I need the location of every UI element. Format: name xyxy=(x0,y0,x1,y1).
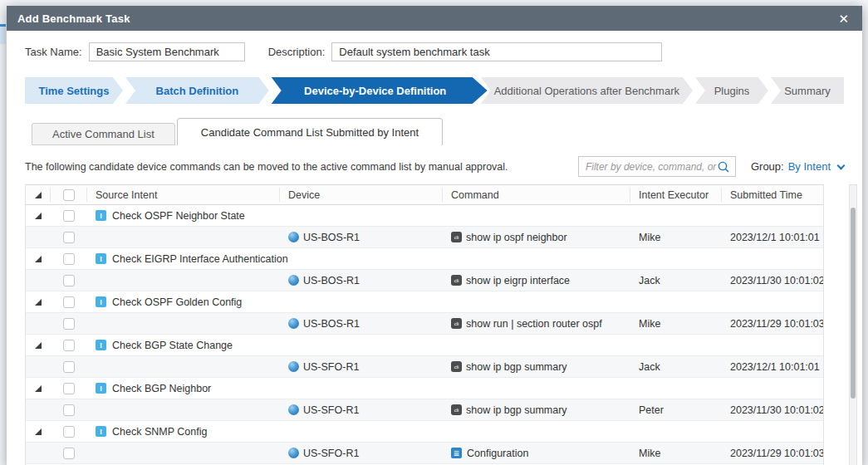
device-name: US-SFO-R1 xyxy=(303,448,359,459)
wizard-step-batch-definition[interactable]: Batch Definition xyxy=(125,77,269,104)
expand-caret-icon[interactable] xyxy=(35,428,42,435)
checkbox-cell[interactable] xyxy=(51,232,87,243)
row-checkbox[interactable] xyxy=(63,232,75,243)
candidate-command-table-zone: Source Intent Device Command Intent Exec… xyxy=(25,184,844,465)
checkbox-cell[interactable] xyxy=(51,383,87,394)
wizard-step-device-by-device-definition[interactable]: Device-by-Device Definition xyxy=(272,77,488,104)
row-checkbox[interactable] xyxy=(63,318,75,330)
checkbox-cell[interactable] xyxy=(51,448,87,459)
row-checkbox[interactable] xyxy=(63,426,75,438)
row-checkbox[interactable] xyxy=(63,340,75,351)
group-by-control[interactable]: Group: By Intent xyxy=(751,160,844,173)
group-row[interactable]: I Check OSPF Golden Config xyxy=(26,291,823,313)
checkbox-cell[interactable] xyxy=(51,340,87,351)
intent-cell: I Check BGP State Change xyxy=(87,340,823,351)
command-cell: ≣ Configuration xyxy=(443,448,630,459)
wizard-step-additional-operations[interactable]: Additional Operations after Benchmark xyxy=(481,77,693,104)
vertical-scrollbar[interactable] xyxy=(849,184,857,465)
row-checkbox[interactable] xyxy=(63,404,75,416)
expand-caret-icon[interactable] xyxy=(35,213,42,219)
checkbox-cell[interactable] xyxy=(51,426,87,438)
submitted-time-cell: 2023/11/30 10:01:02 xyxy=(722,404,823,416)
command-text: show run | section router ospf xyxy=(466,318,602,330)
expand-cell[interactable] xyxy=(26,342,51,349)
description-field[interactable] xyxy=(331,42,662,61)
intent-label: Check OSPF Golden Config xyxy=(112,296,242,308)
row-checkbox[interactable] xyxy=(63,253,75,265)
filter-box xyxy=(578,156,736,177)
expand-cell[interactable] xyxy=(26,256,51,262)
col-command: Command xyxy=(443,188,630,202)
intent-cell: I Check SNMP Config xyxy=(87,426,823,438)
row-checkbox[interactable] xyxy=(63,448,75,459)
command-text: show ip bgp summary xyxy=(466,361,567,373)
command-text: show ip ospf neighbor xyxy=(466,232,567,243)
executor-name: Mike xyxy=(639,232,660,243)
device-command-row[interactable]: US-SFO-R1 cli show ip bgp summary Peter … xyxy=(26,399,823,421)
search-icon[interactable] xyxy=(717,160,730,174)
toolbar: The following candidate device commands … xyxy=(25,156,844,177)
checkbox-cell[interactable] xyxy=(51,253,87,265)
expand-caret-icon[interactable] xyxy=(35,299,42,306)
expand-caret-icon[interactable] xyxy=(35,256,42,262)
checkbox-cell[interactable] xyxy=(51,404,87,416)
candidate-command-table: Source Intent Device Command Intent Exec… xyxy=(25,184,824,465)
row-checkbox[interactable] xyxy=(63,361,75,373)
dialog-title: Add Benchmark Task xyxy=(17,12,836,25)
device-cell: US-BOS-R1 xyxy=(280,232,443,243)
device-command-row[interactable]: US-BOS-R1 cli show ip ospf neighbor Mike… xyxy=(26,227,823,248)
command-cell: cli show ip bgp summary xyxy=(443,361,630,373)
tab-active-command-list[interactable]: Active Command List xyxy=(32,123,175,145)
cli-badge-icon: cli xyxy=(451,232,462,242)
select-all-checkbox[interactable] xyxy=(63,189,75,201)
intent-label: Check EIGRP Interface Authentication xyxy=(112,253,288,265)
expand-cell[interactable] xyxy=(26,213,51,219)
tab-candidate-command-list[interactable]: Candidate Command List Submitted by Inte… xyxy=(177,118,443,145)
checkbox-cell[interactable] xyxy=(51,361,87,373)
submitted-time: 2023/11/29 10:01:03 xyxy=(730,448,823,459)
group-value[interactable]: By Intent xyxy=(788,160,831,173)
device-command-row[interactable]: US-SFO-R1 ≣ Configuration Mike 2023/11/2… xyxy=(26,443,823,464)
command-cell: cli show run | section router ospf xyxy=(443,318,630,330)
expand-cell[interactable] xyxy=(26,385,51,392)
group-row[interactable]: I Check BGP State Change xyxy=(26,335,823,356)
device-command-row[interactable]: US-BOS-R1 cli show ip eigrp interface Ja… xyxy=(26,270,823,291)
close-icon[interactable]: ✕ xyxy=(836,12,851,25)
expand-cell[interactable] xyxy=(26,299,51,306)
checkbox-cell[interactable] xyxy=(51,210,87,222)
scrollbar-thumb[interactable] xyxy=(851,208,856,399)
background-page-sliver xyxy=(0,24,6,44)
group-row[interactable]: I Check OSPF Neighbor State xyxy=(26,205,823,227)
wizard-step-plugins[interactable]: Plugins xyxy=(695,77,768,104)
row-checkbox[interactable] xyxy=(63,296,75,308)
approval-hint-text: The following candidate device commands … xyxy=(25,161,578,173)
description-label: Description: xyxy=(268,46,326,58)
select-all-cell[interactable] xyxy=(51,188,87,202)
checkbox-cell[interactable] xyxy=(51,318,87,330)
row-checkbox[interactable] xyxy=(63,383,75,394)
intent-label: Check SNMP Config xyxy=(112,426,207,438)
chevron-down-icon xyxy=(837,161,846,169)
intent-badge-icon: I xyxy=(96,426,106,437)
checkbox-cell[interactable] xyxy=(51,275,87,286)
expand-cell[interactable] xyxy=(26,428,51,435)
expand-caret-icon[interactable] xyxy=(35,385,42,392)
collapse-all-cell[interactable] xyxy=(26,188,51,202)
expand-caret-icon[interactable] xyxy=(35,342,42,349)
task-name-field[interactable] xyxy=(89,42,245,61)
group-row[interactable]: I Check EIGRP Interface Authentication xyxy=(26,248,823,270)
row-checkbox[interactable] xyxy=(63,275,75,286)
group-row[interactable]: I Check BGP Neighbor xyxy=(26,378,823,399)
dialog-titlebar: Add Benchmark Task ✕ xyxy=(7,6,862,31)
checkbox-cell[interactable] xyxy=(51,296,87,308)
device-command-row[interactable]: US-BOS-R1 cli show run | section router … xyxy=(26,313,823,335)
device-name: US-BOS-R1 xyxy=(303,318,360,330)
filter-input[interactable] xyxy=(586,161,717,173)
intent-badge-icon: I xyxy=(96,383,106,394)
device-command-row[interactable]: US-SFO-R1 cli show ip bgp summary Jack 2… xyxy=(26,356,823,378)
collapse-all-caret-icon[interactable] xyxy=(35,192,42,198)
wizard-step-summary[interactable]: Summary xyxy=(771,77,844,104)
row-checkbox[interactable] xyxy=(63,210,75,222)
wizard-step-time-settings[interactable]: Time Settings xyxy=(25,77,123,104)
group-row[interactable]: I Check SNMP Config xyxy=(26,421,823,443)
